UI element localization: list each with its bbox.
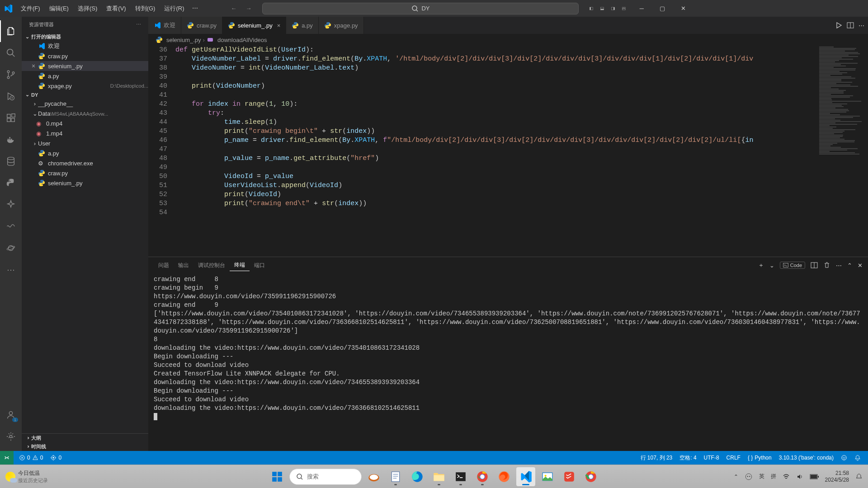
panel-more[interactable]: ⋯ [836,262,842,269]
activity-docker[interactable] [0,129,22,150]
window-close[interactable]: ✕ [673,0,693,17]
status-cursor[interactable]: 行 107, 列 23 [637,452,676,463]
tray-wifi-icon[interactable] [783,473,790,480]
activity-search[interactable] [0,42,22,64]
new-terminal-icon[interactable]: ＋ [758,261,764,269]
minimap[interactable] [818,46,868,257]
status-ports[interactable]: 0 [47,452,65,463]
tab-selenium[interactable]: selenium_.py × [222,17,286,34]
activity-explorer[interactable] [0,20,22,42]
file-0mp4[interactable]: ◉ 0.mp4 [22,118,148,128]
toggle-secondary-sidebar-icon[interactable] [609,5,617,12]
menu-run[interactable]: 运行(R) [160,3,189,14]
terminal-dropdown-icon[interactable]: ⌄ [769,262,774,269]
activity-more[interactable]: ⋯ [0,259,22,281]
panel-tab-problems[interactable]: 问题 [154,260,174,271]
file-a-py[interactable]: a.py [22,148,148,158]
terminal-content[interactable]: crawing end 8 crawing begin 9 https://ww… [148,272,868,451]
tab-more[interactable]: ⋯ [859,22,864,29]
tab-xpage[interactable]: xpage.py [319,17,364,34]
tab-craw[interactable]: craw.py [181,17,222,34]
taskbar-chrome2[interactable] [581,467,600,486]
breadcrumb-bar[interactable]: selenium_.py › downloadAllVideos [148,34,868,46]
tab-a[interactable]: a.py [286,17,319,34]
taskbar-foodpanda[interactable] [364,467,383,486]
nav-forward[interactable]: → [244,3,253,14]
sidebar-more[interactable]: ⋯ [136,22,141,28]
tray-battery-icon[interactable] [810,474,819,479]
code-editor[interactable]: 36373839404142434445464748495051525354 d… [148,46,868,257]
activity-accounts[interactable]: 1 [0,404,22,426]
toggle-primary-sidebar-icon[interactable] [588,5,595,12]
notification-center-icon[interactable] [855,473,863,480]
window-minimize[interactable]: ─ [631,0,652,17]
code-content[interactable]: def getUserAllVideoIdList(UserId): Video… [175,46,818,257]
editor-item-a[interactable]: a.py [22,71,148,81]
status-language[interactable]: { } Python [744,452,775,463]
weather-widget[interactable]: 今日低温 接近历史记录 [5,469,48,484]
file-craw-py[interactable]: craw.py [22,168,148,178]
trash-icon[interactable] [823,262,830,269]
status-spaces[interactable]: 空格: 4 [676,452,700,463]
remote-indicator[interactable] [0,451,14,465]
menu-view[interactable]: 查看(V) [102,3,130,14]
tray-ime2[interactable]: 拼 [771,473,776,480]
folder-data[interactable]: ⌄ Data\MS4wLjABAAAAqSovw... [22,108,148,118]
file-1mp4[interactable]: ◉ 1.mp4 [22,128,148,138]
file-chromedriver[interactable]: ⚙ chromedriver.exe [22,158,148,168]
taskbar-vscode[interactable] [516,467,535,486]
editor-item-xpage[interactable]: xpage.py D:\Desktop\cod... [22,81,148,91]
nav-back[interactable]: ← [229,3,238,14]
activity-planet[interactable] [0,237,22,259]
status-errors[interactable]: 0 0 [15,452,47,463]
activity-fitten[interactable] [0,216,22,237]
taskbar-edge[interactable] [408,467,427,486]
panel-tab-terminal[interactable]: 终端 [230,259,250,271]
split-terminal-icon[interactable] [811,262,818,269]
activity-extensions[interactable] [0,107,22,129]
folder-pycache[interactable]: › __pycache__ [22,99,148,108]
command-center-search[interactable]: DY [262,3,579,14]
panel-tab-output[interactable]: 输出 [174,260,193,271]
close-editor-icon[interactable]: × [32,62,35,70]
window-maximize[interactable]: ▢ [652,0,673,17]
taskbar-firefox[interactable] [495,467,514,486]
close-tab-icon[interactable]: × [277,22,281,29]
menu-file[interactable]: 文件(F) [16,3,45,14]
menu-goto[interactable]: 转到(G) [131,3,160,14]
editor-item-welcome[interactable]: 欢迎 [22,41,148,51]
editor-item-selenium[interactable]: × selenium_.py [22,61,148,71]
tray-expand-icon[interactable]: ⌃ [734,474,738,480]
panel-tab-ports[interactable]: 端口 [250,260,269,271]
project-section[interactable]: ⌄ DY [22,91,148,99]
status-feedback[interactable] [837,452,851,463]
taskbar-explorer[interactable] [429,467,448,486]
activity-database[interactable] [0,150,22,172]
folder-user[interactable]: › User [22,138,148,148]
run-file-icon[interactable] [835,22,842,29]
menu-edit[interactable]: 编辑(E) [45,3,73,14]
menu-more[interactable]: ⋯ [189,3,202,14]
editor-item-craw[interactable]: craw.py [22,51,148,61]
status-interpreter[interactable]: 3.10.13 ('base': conda) [775,452,837,463]
open-editors-section[interactable]: ⌄ 打开的编辑器 [22,33,148,41]
activity-python[interactable] [0,172,22,194]
status-eol[interactable]: CRLF [723,452,744,463]
split-editor-icon[interactable] [847,22,854,29]
taskbar-todoist[interactable] [560,467,579,486]
close-panel-icon[interactable]: ✕ [858,262,863,269]
timeline-section[interactable]: ⌄ 时间线 [22,442,148,451]
maximize-panel-icon[interactable]: ⌃ [847,262,852,269]
tray-copilot-icon[interactable] [745,473,753,481]
tray-ime1[interactable]: 英 [759,473,764,480]
taskbar-clock[interactable]: 21:58 2024/5/28 [825,470,849,483]
status-encoding[interactable]: UTF-8 [700,452,723,463]
tab-welcome[interactable]: 欢迎 [148,17,181,34]
taskbar-chrome[interactable] [473,467,492,486]
activity-settings[interactable] [0,426,22,447]
file-selenium-py[interactable]: selenium_.py [22,178,148,188]
tray-volume-icon[interactable] [796,473,803,480]
start-button[interactable] [268,467,287,486]
taskbar-notepad[interactable] [386,467,405,486]
shell-badge[interactable]: Code [780,262,805,269]
